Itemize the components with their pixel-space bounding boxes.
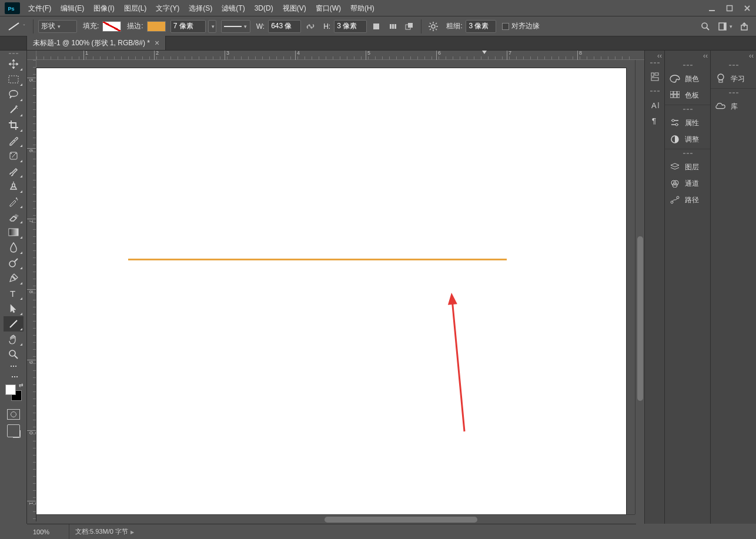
document-canvas[interactable] (36, 68, 626, 521)
path-selection-tool[interactable] (4, 301, 24, 316)
edit-toolbar-icon[interactable] (4, 373, 24, 382)
fill-swatch[interactable] (102, 21, 121, 32)
panel-tab-layers[interactable]: 图层 (665, 159, 710, 175)
panel-tab-libraries[interactable]: 库 (711, 98, 756, 115)
stroke-style-dropdown[interactable]: ▾ (221, 20, 250, 33)
foreground-color-swatch[interactable] (5, 384, 16, 395)
window-close-button[interactable] (738, 0, 756, 16)
menu-item[interactable]: 文件(F) (24, 0, 56, 16)
type-tool[interactable]: T (4, 286, 24, 301)
width-field[interactable]: 643 像 (268, 20, 301, 33)
document-tab[interactable]: 未标题-1 @ 100% (形状 1, RGB/8#) * × (27, 36, 166, 50)
dodge-tool[interactable] (4, 255, 24, 270)
lasso-tool[interactable] (4, 87, 24, 102)
crop-tool[interactable] (4, 118, 24, 133)
link-wh-icon[interactable] (303, 19, 317, 34)
spot-healing-brush-tool[interactable] (4, 148, 24, 163)
hand-tool[interactable] (4, 332, 24, 347)
svg-text:A: A (651, 101, 657, 110)
history-panel-icon[interactable] (645, 69, 665, 85)
history-brush-tool[interactable] (4, 194, 24, 209)
paragraph-panel-icon[interactable]: ¶ (645, 113, 665, 128)
screen-mode-icon[interactable] (7, 424, 20, 437)
panel-grip[interactable] (5, 52, 22, 55)
close-tab-icon[interactable]: × (155, 38, 159, 48)
workspace-switcher-icon[interactable]: ▾ (718, 19, 732, 34)
scrollbar-vertical[interactable] (635, 60, 644, 514)
document-info[interactable]: 文档:5.93M/0 字节▶ (69, 527, 134, 536)
collapsed-panel-strip-left: ‹‹ A ¶ (644, 51, 664, 524)
search-icon[interactable] (698, 19, 712, 34)
menu-item[interactable]: 编辑(E) (56, 0, 89, 16)
menu-item[interactable]: 图层(L) (119, 0, 152, 16)
foreground-background-colors[interactable]: ⇄ (5, 384, 22, 401)
line-tool[interactable] (4, 316, 24, 332)
share-icon[interactable] (738, 19, 752, 34)
scrollbar-horizontal[interactable] (36, 514, 635, 524)
svg-point-33 (9, 261, 15, 267)
stroke-width-dropdown[interactable]: ▾ (208, 20, 216, 33)
height-field[interactable]: 3 像素 (334, 20, 367, 33)
gear-icon[interactable] (426, 19, 440, 34)
menu-item[interactable]: 滤镜(T) (217, 0, 249, 16)
panel-tab-properties[interactable]: 属性 (665, 115, 710, 131)
svg-rect-40 (16, 376, 18, 377)
quick-mask-icon[interactable] (7, 409, 20, 420)
path-operations-icon[interactable] (369, 19, 383, 34)
menu-item[interactable]: 3D(D) (250, 0, 278, 16)
annotation-arrow (444, 286, 471, 438)
pen-tool[interactable] (4, 270, 24, 286)
app-logo: Ps (5, 2, 20, 14)
window-maximize-button[interactable] (721, 0, 738, 16)
brush-tool[interactable] (4, 163, 24, 179)
ruler-origin[interactable] (27, 51, 36, 60)
svg-line-20 (436, 23, 437, 24)
clone-stamp-tool[interactable] (4, 179, 24, 194)
stroke-swatch[interactable] (147, 21, 166, 32)
svg-rect-45 (651, 78, 658, 81)
menubar: Ps 文件(F)编辑(E)图像(I)图层(L)文字(Y)选择(S)滤镜(T)3D… (0, 0, 756, 16)
current-tool-icon[interactable]: ˇ (2, 19, 28, 34)
menu-item[interactable]: 文字(Y) (151, 0, 184, 16)
zoom-tool[interactable] (4, 347, 24, 362)
path-alignment-icon[interactable] (386, 19, 400, 34)
eyedropper-tool[interactable] (4, 133, 24, 148)
gradient-tool[interactable] (4, 225, 24, 240)
svg-text:Ps: Ps (8, 5, 15, 11)
layers-panel-icon (670, 162, 680, 172)
panel-tab-channels[interactable]: 通道 (665, 175, 710, 192)
panel-tab-paths[interactable]: 路径 (665, 192, 710, 208)
toolbox-overflow-icon[interactable] (5, 363, 22, 369)
eraser-tool[interactable] (4, 209, 24, 225)
move-tool[interactable] (4, 56, 24, 72)
expand-strip-icon[interactable]: ‹‹ (711, 51, 756, 61)
stroke-width-field[interactable]: 7 像素 (170, 20, 206, 33)
magic-wand-tool[interactable] (4, 102, 24, 118)
svg-text:T: T (10, 289, 15, 298)
zoom-level[interactable]: 100% (27, 524, 69, 539)
align-edges-checkbox[interactable]: 对齐边缘 (502, 21, 540, 31)
panel-tab-learn[interactable]: 学习 (711, 71, 756, 87)
menu-item[interactable]: 图像(I) (89, 0, 119, 16)
panel-tab-adjustments[interactable]: 调整 (665, 131, 710, 148)
weight-field[interactable]: 3 像素 (466, 20, 496, 33)
character-panel-icon[interactable]: A (645, 98, 665, 113)
ruler-horizontal[interactable]: 12345678 (36, 51, 644, 60)
menu-item[interactable]: 选择(S) (184, 0, 217, 16)
menu-item[interactable]: 窗口(W) (311, 0, 346, 16)
swap-colors-icon[interactable]: ⇄ (19, 382, 24, 388)
svg-rect-12 (408, 23, 413, 28)
path-arrangement-icon[interactable] (402, 19, 416, 34)
menu-item[interactable]: 帮助(H) (346, 0, 379, 16)
expand-strip-icon[interactable]: ‹‹ (665, 51, 710, 61)
rectangular-marquee-tool[interactable] (4, 72, 24, 87)
expand-strip-icon[interactable]: ‹‹ (645, 51, 664, 61)
ruler-vertical[interactable]: 567891 01 1 (27, 60, 36, 514)
adjustments-panel-icon (670, 134, 680, 145)
panel-tab-color[interactable]: 颜色 (665, 71, 710, 87)
blur-tool[interactable] (4, 240, 24, 255)
window-minimize-button[interactable] (703, 0, 721, 16)
tool-mode-dropdown[interactable]: 形状▾ (38, 20, 77, 33)
menu-item[interactable]: 视图(V) (278, 0, 311, 16)
panel-tab-swatches[interactable]: 色板 (665, 87, 710, 103)
